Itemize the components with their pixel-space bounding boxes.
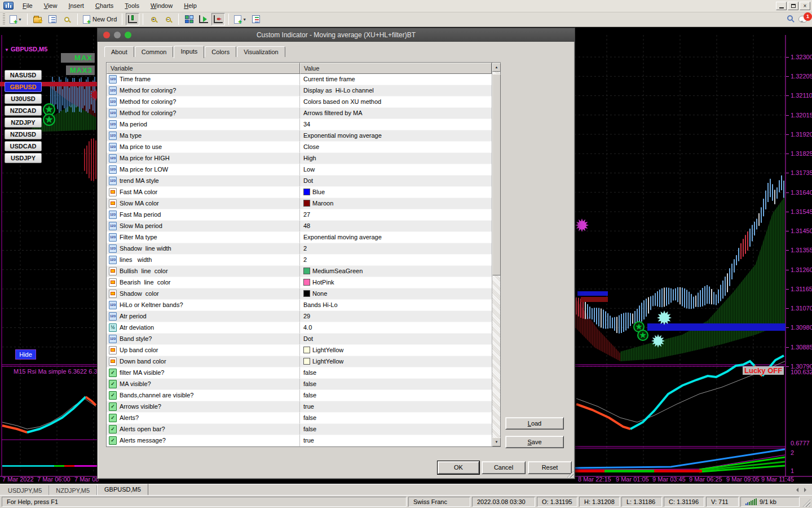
table-row[interactable]: 123Band style?Dot [107, 334, 492, 345]
column-header-variable[interactable]: Variable [107, 63, 300, 74]
close-button[interactable]: × [800, 2, 810, 10]
table-row[interactable]: 123trend MA styleDot [107, 176, 492, 187]
new-order-button[interactable]: +New Ord [81, 13, 118, 25]
param-value[interactable]: 2 [303, 256, 307, 263]
param-value[interactable]: Dot [303, 177, 313, 184]
window-resize-grip[interactable] [802, 499, 810, 507]
restore-button[interactable] [788, 2, 798, 10]
menu-item-view[interactable]: View [38, 1, 63, 11]
chart-tab-usdjpy-m5[interactable]: USDJPY,M5 [1, 485, 49, 495]
table-row[interactable]: Bearish line colorHotPink [107, 277, 492, 288]
minimize-button[interactable] [776, 2, 787, 10]
tab-scroll-left-icon[interactable] [794, 488, 798, 492]
dialog-close-icon[interactable] [103, 32, 110, 38]
param-value[interactable]: Current time frame [303, 76, 355, 82]
tab-colors[interactable]: Colors [205, 46, 236, 57]
save-button[interactable]: Save [505, 436, 564, 448]
tab-common[interactable]: Common [135, 46, 174, 57]
table-row[interactable]: ✓Alerts message?true [107, 435, 492, 446]
table-row[interactable]: 123HiLo or Keltner bands?Bands Hi-Lo [107, 300, 492, 311]
auto-scroll-button[interactable] [197, 13, 210, 25]
param-value[interactable]: 2 [303, 245, 307, 252]
param-value[interactable]: 27 [303, 211, 310, 218]
tab-scroll-right-icon[interactable] [804, 488, 809, 492]
param-value[interactable]: Bands Hi-Lo [303, 301, 338, 308]
table-row[interactable]: Fast MA colorBlue [107, 187, 492, 198]
param-value[interactable]: Arrows filtered by MA [303, 110, 363, 116]
param-value[interactable]: Display as Hi-Lo channel [303, 87, 374, 94]
param-value[interactable]: 48 [303, 222, 310, 229]
periods-button[interactable] [249, 13, 263, 25]
param-value[interactable]: Dot [303, 335, 313, 342]
table-row[interactable]: 123Ma price for HIGHHigh [107, 153, 492, 164]
scrollbar-thumb[interactable] [492, 74, 501, 275]
menu-item-help[interactable]: Help [178, 1, 202, 11]
param-value[interactable]: Maroon [312, 200, 333, 207]
param-value[interactable]: Exponential moving average [303, 132, 382, 139]
param-value[interactable]: 29 [303, 313, 310, 319]
table-row[interactable]: Down band colorLightYellow [107, 356, 492, 367]
scroll-up-button[interactable]: ▲ [492, 63, 501, 72]
param-value[interactable]: Exponential moving average [303, 234, 382, 240]
menu-item-tools[interactable]: Tools [119, 1, 145, 11]
symbol-button-nzdcad[interactable]: NZDCAD [5, 106, 42, 116]
param-value[interactable]: false [303, 414, 316, 421]
zoom-in-button[interactable]: + [147, 13, 160, 25]
column-header-value[interactable]: Value [300, 63, 492, 74]
symbol-button-nzdjpy[interactable]: NZDJPY [5, 117, 42, 128]
menu-item-charts[interactable]: Charts [90, 1, 119, 11]
symbol-button-u30usd[interactable]: U30USD [5, 94, 42, 104]
param-value[interactable]: None [312, 290, 327, 297]
add-indicator-button[interactable]: +▼ [232, 13, 248, 25]
table-row[interactable]: ✓filter MA visible?false [107, 367, 492, 379]
table-scrollbar[interactable]: ▲ ▼ [492, 63, 500, 446]
menu-item-insert[interactable]: Insert [63, 1, 90, 11]
chart-tab-gbpusd-m5[interactable]: GBPUSD,M5 [97, 484, 148, 495]
table-row[interactable]: 123Filter Ma typeExponential moving aver… [107, 232, 492, 243]
param-value[interactable]: true [303, 437, 314, 444]
param-value[interactable]: LightYellow [312, 347, 343, 353]
table-row[interactable]: Shadow colorNone [107, 288, 492, 300]
dialog-title-bar[interactable]: Custom Indicator - Moving average (XU+HL… [98, 28, 575, 42]
dialog-minimize-icon[interactable] [114, 32, 121, 38]
param-value[interactable]: Low [303, 166, 315, 173]
table-row[interactable]: ✓Alerts open bar?false [107, 424, 492, 435]
reset-button[interactable]: Reset [528, 461, 572, 474]
table-row[interactable]: 123Fast Ma period27 [107, 209, 492, 221]
candlestick-chart-button[interactable] [126, 13, 139, 25]
symbol-button-nasusd[interactable]: NASUSD [5, 70, 42, 80]
scroll-down-button[interactable]: ▼ [492, 437, 501, 446]
navigator-button[interactable] [60, 13, 74, 25]
chart-tab-nzdjpy-m5[interactable]: NZDJPY,M5 [49, 485, 97, 495]
table-row[interactable]: 123Atr period29 [107, 311, 492, 322]
symbol-button-gbpusd[interactable]: GBPUSD [5, 82, 42, 92]
symbol-button-nzdusd[interactable]: NZDUSD [5, 129, 42, 139]
table-row[interactable]: 123Slow Ma period48 [107, 221, 492, 232]
param-value[interactable]: Colors based on XU method [303, 98, 381, 105]
table-row[interactable]: ✓Alerts?false [107, 413, 492, 424]
tile-windows-button[interactable] [182, 13, 196, 25]
load-button[interactable]: Load [505, 417, 564, 430]
dialog-maximize-icon[interactable] [125, 32, 131, 38]
param-value[interactable]: true [303, 403, 314, 410]
table-row[interactable]: ✓MA visible?false [107, 379, 492, 390]
table-row[interactable]: 123Ma period34 [107, 119, 492, 130]
hide-button[interactable]: Hide [15, 349, 36, 360]
table-row[interactable]: 123Ma typeExponential moving average [107, 130, 492, 142]
table-row[interactable]: 123lines width2 [107, 255, 492, 266]
ok-button[interactable]: OK [438, 461, 479, 474]
param-value[interactable]: Blue [312, 189, 325, 195]
param-value[interactable]: Close [303, 143, 319, 150]
toolbar-grip[interactable] [3, 14, 5, 25]
profiles-button[interactable]: ★ [31, 13, 45, 25]
new-chart-button[interactable]: +▼ [8, 13, 24, 25]
notification-icon[interactable]: 1 [798, 16, 807, 23]
param-value[interactable]: false [303, 392, 316, 398]
tab-about[interactable]: About [104, 46, 134, 57]
table-row[interactable]: 123Ma price for LOWLow [107, 164, 492, 176]
menu-item-file[interactable]: File [17, 1, 38, 11]
tab-visualization[interactable]: Visualization [237, 46, 285, 57]
param-value[interactable]: false [303, 369, 316, 376]
cancel-button[interactable]: Cancel [482, 461, 526, 474]
chart-shift-button[interactable]: ↞ [211, 13, 225, 25]
